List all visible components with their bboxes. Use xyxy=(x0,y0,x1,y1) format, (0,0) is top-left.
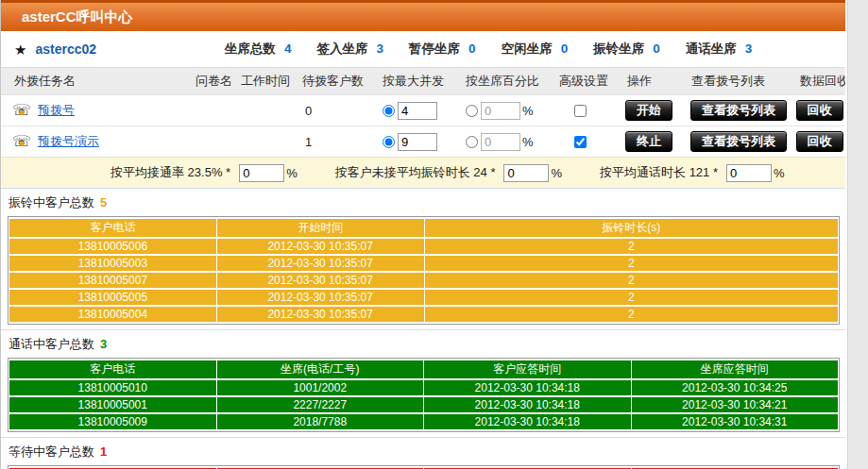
advanced-settings-checkbox[interactable] xyxy=(574,136,587,148)
stat-talking-agents-value: 3 xyxy=(745,42,753,56)
column-survey-name: 问卷名 xyxy=(190,73,235,90)
stat-paused-agents-value: 0 xyxy=(468,42,476,56)
ringing-count: 5 xyxy=(100,195,107,209)
survey-name-cell xyxy=(190,126,235,157)
table-header-row: 客户电话 开始时间 振铃时长(s) xyxy=(9,219,838,237)
header-agent-answer-time: 坐席应答时间 xyxy=(632,360,839,378)
ringing-customers-table: 客户电话 开始时间 振铃时长(s) 138100050062012-03-30 … xyxy=(8,216,840,325)
dial-ratio-row: 按平均接通率 23.5% * % 按客户未接平均振铃时长 24 * % 按平均通… xyxy=(1,157,845,188)
ringing-section-title: 振铃中客户总数5 xyxy=(1,189,845,215)
pending-count: 0 xyxy=(294,95,377,126)
talking-section-title: 通话中客户总数3 xyxy=(1,330,845,357)
max-concurrency-input[interactable] xyxy=(398,102,437,120)
waiting-section-title: 等待中客户总数1 xyxy=(1,438,845,464)
column-task-name: 外拨任务名 xyxy=(1,73,190,90)
column-data-recycle: 数据回收 xyxy=(794,73,844,90)
stat-idle-agents: 空闲坐席0 xyxy=(502,41,569,58)
work-time-cell xyxy=(235,95,294,126)
column-operation: 操作 xyxy=(615,73,683,90)
header-agent-ext: 坐席(电话/工号) xyxy=(217,360,424,378)
stat-talking-agents: 通话坐席3 xyxy=(686,41,753,58)
stat-idle-agents-value: 0 xyxy=(561,42,569,56)
app-title: asterCC呼叫中心 xyxy=(22,8,133,26)
stat-total-agents-value: 4 xyxy=(284,42,292,56)
ratio-avg-talk-duration: 按平均通话时长 121 * % xyxy=(600,164,785,182)
talking-customers-table: 客户电话 坐席(电话/工号) 客户应答时间 坐席应答时间 13810005010… xyxy=(8,358,840,432)
talking-count: 3 xyxy=(100,337,107,351)
column-max-concurrency: 按最大并发 xyxy=(377,73,460,90)
table-row: 138100050032012-03-30 10:35:072 xyxy=(9,256,838,271)
task-link-predial[interactable]: 预拨号 xyxy=(38,102,75,119)
right-scroll-gutter[interactable] xyxy=(845,0,868,469)
column-view-dial-list: 查看拨号列表 xyxy=(683,73,794,90)
percent-sign: % xyxy=(522,135,534,149)
table-row: 138100050052012-03-30 10:35:072 xyxy=(9,290,838,305)
stat-ringing-agents: 振铃坐席0 xyxy=(593,41,660,58)
ratio-avg-answer-rate: 按平均接通率 23.5% * % xyxy=(111,164,298,182)
survey-name-cell xyxy=(190,95,235,126)
header-start-time: 开始时间 xyxy=(217,219,424,237)
header-customer-phone: 客户电话 xyxy=(9,219,216,237)
stat-total-agents: 坐席总数4 xyxy=(225,41,292,58)
phone-icon: ☏ xyxy=(12,134,31,149)
work-time-cell xyxy=(235,126,294,157)
column-pending-customers: 待拨客户数 xyxy=(294,73,377,90)
start-button[interactable]: 开始 xyxy=(625,100,672,121)
agent-percent-input[interactable] xyxy=(481,102,520,120)
max-concurrency-radio[interactable] xyxy=(383,105,395,117)
max-concurrency-input[interactable] xyxy=(398,133,437,151)
column-work-time: 工作时间 xyxy=(235,73,294,90)
agent-percent-input[interactable] xyxy=(481,133,520,151)
column-advanced-settings: 高级设置 xyxy=(553,73,615,90)
ratio-avg-ring-duration: 按客户未接平均振铃时长 24 * % xyxy=(335,164,562,182)
phone-icon: ☏ xyxy=(12,103,31,118)
waiting-customers-section: 等待中客户总数1 客户电话 开始时间 客户应答时间 等待时长(s) 138100… xyxy=(1,437,845,469)
view-dial-list-button[interactable]: 查看拨号列表 xyxy=(690,100,787,121)
percent-sign: % xyxy=(522,104,534,118)
stat-signed-in-agents-value: 3 xyxy=(377,42,384,56)
table-row: 138100050012227/22272012-03-30 10:34:182… xyxy=(9,397,838,412)
queue-name: astercc02 xyxy=(35,42,96,57)
task-table-header: 外拨任务名 问卷名 工作时间 待拨客户数 按最大并发 按坐席百分比 高级设置 操… xyxy=(1,67,845,94)
ratio-avg-answer-rate-input[interactable] xyxy=(239,164,284,182)
table-header-row: 客户电话 坐席(电话/工号) 客户应答时间 坐席应答时间 xyxy=(9,360,838,378)
task-row-yuboahao: ☏ 预拨号 0 % 开始 查看拨号列表 回收 xyxy=(1,94,845,126)
agent-percent-radio[interactable] xyxy=(466,136,478,148)
header-ring-duration: 振铃时长(s) xyxy=(425,219,839,237)
ratio-avg-ring-duration-input[interactable] xyxy=(503,164,549,182)
agent-stats-row: ★ astercc02 坐席总数4 签入坐席3 暂停坐席0 空闲坐席0 振铃坐席… xyxy=(1,31,845,67)
agent-percent-radio[interactable] xyxy=(466,105,478,117)
talking-customers-section: 通话中客户总数3 客户电话 坐席(电话/工号) 客户应答时间 坐席应答时间 13… xyxy=(1,329,845,432)
table-row: 138100050092018/77882012-03-30 10:34:182… xyxy=(9,414,838,429)
table-row: 138100050062012-03-30 10:35:072 xyxy=(9,239,838,254)
column-agent-percent: 按坐席百分比 xyxy=(460,73,553,90)
task-link-predial-demo[interactable]: 预拨号演示 xyxy=(38,133,99,150)
title-bar: asterCC呼叫中心 xyxy=(1,0,845,31)
task-row-predial-demo: ☏ 预拨号演示 1 % 终止 查看拨号列表 回收 xyxy=(1,126,845,157)
recycle-button[interactable]: 回收 xyxy=(796,131,843,152)
pending-count: 1 xyxy=(294,126,377,157)
waiting-count: 1 xyxy=(100,444,107,459)
table-row: 138100050101001/20022012-03-30 10:34:182… xyxy=(9,380,838,395)
main-content: asterCC呼叫中心 ★ astercc02 坐席总数4 签入坐席3 暂停坐席… xyxy=(0,0,845,469)
header-customer-answer-time: 客户应答时间 xyxy=(424,360,631,378)
ratio-avg-talk-duration-input[interactable] xyxy=(726,164,772,182)
favorite-star-icon[interactable]: ★ xyxy=(14,42,26,57)
stat-signed-in-agents: 签入坐席3 xyxy=(317,41,384,58)
waiting-customers-table: 客户电话 开始时间 客户应答时间 等待时长(s) 138100050022012… xyxy=(8,465,840,469)
table-row: 138100050072012-03-30 10:35:072 xyxy=(9,273,838,288)
agent-stats: 坐席总数4 签入坐席3 暂停坐席0 空闲坐席0 振铃坐席0 通话坐席3 xyxy=(225,41,752,58)
recycle-button[interactable]: 回收 xyxy=(796,100,843,121)
advanced-settings-checkbox[interactable] xyxy=(574,105,587,117)
table-row: 138100050042012-03-30 10:35:072 xyxy=(9,307,838,322)
stat-ringing-agents-value: 0 xyxy=(653,42,660,56)
stat-paused-agents: 暂停坐席0 xyxy=(409,41,476,58)
max-concurrency-radio[interactable] xyxy=(383,136,395,148)
view-dial-list-button[interactable]: 查看拨号列表 xyxy=(690,131,787,152)
stop-button[interactable]: 终止 xyxy=(625,131,672,152)
header-customer-phone: 客户电话 xyxy=(9,360,216,378)
ringing-customers-section: 振铃中客户总数5 客户电话 开始时间 振铃时长(s) 1381000500620… xyxy=(1,188,845,325)
